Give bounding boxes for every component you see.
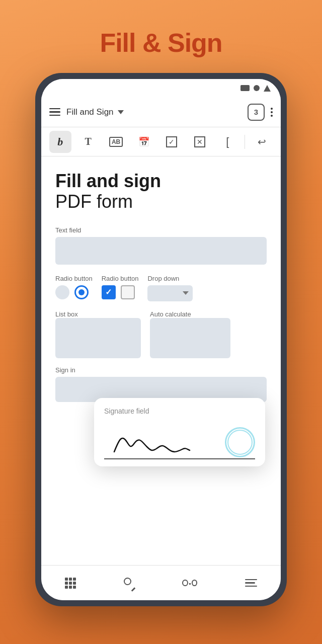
toolbar: b T AB 📅 ✓ ✕ [ ↩ [41, 127, 281, 156]
dropdown-field[interactable] [147, 285, 193, 301]
list-box-label: List box [55, 310, 141, 318]
radio2-label: Radio button [102, 275, 139, 282]
auto-calc-field[interactable] [150, 318, 230, 358]
checkbox-checked[interactable]: ✓ [102, 285, 116, 299]
search-icon [124, 578, 135, 589]
radio-group-2: Radio button ✓ [102, 275, 139, 299]
signature-stamp [225, 427, 255, 457]
nav-search-button[interactable] [124, 578, 135, 589]
dropdown-label: Drop down [147, 275, 193, 282]
nav-list-button[interactable] [245, 579, 257, 587]
checkbox-unchecked[interactable] [121, 285, 135, 299]
undo-icon: ↩ [258, 136, 266, 148]
hero-title: Fill & Sign [100, 28, 222, 58]
text-tool-button[interactable]: T [77, 131, 99, 153]
status-circle-icon [254, 85, 260, 91]
text-t-icon: T [85, 136, 91, 147]
undo-button[interactable]: ↩ [251, 131, 273, 153]
nav-grid-button[interactable] [65, 578, 76, 589]
ab-tool-button[interactable]: AB [105, 131, 127, 153]
hamburger-menu-button[interactable] [49, 108, 60, 116]
pdf-content: Fill and sign PDF form Text field Radio … [41, 156, 281, 565]
bracket-icon: [ [226, 135, 229, 148]
date-tool-button[interactable]: 📅 [133, 131, 155, 153]
status-bar [41, 79, 281, 97]
phone-screen: Fill and Sign 3 b T AB 📅 ✓ [41, 79, 281, 600]
list-box-field[interactable] [55, 318, 141, 358]
signature-field-label: Signature field [104, 407, 255, 415]
list-auto-row [55, 318, 267, 358]
radio1-options [55, 285, 93, 299]
form-radio-row: Radio button Radio button ✓ [55, 275, 267, 301]
checkmark-tool-button[interactable]: ✓ [160, 131, 183, 153]
toolbar-divider [245, 135, 245, 149]
app-bar: Fill and Sign 3 [41, 97, 281, 127]
radio1-selected[interactable] [74, 285, 89, 299]
phone-frame: Fill and Sign 3 b T AB 📅 ✓ [35, 73, 287, 606]
dropdown-arrow-icon [183, 291, 189, 295]
xmark-tool-button[interactable]: ✕ [189, 131, 211, 153]
signature-popup[interactable]: Signature field [94, 398, 265, 466]
more-options-button[interactable] [271, 108, 273, 117]
text-input-field[interactable] [55, 237, 267, 265]
signature-tool-button[interactable]: b [49, 131, 71, 153]
radio-group-1: Radio button [55, 275, 93, 299]
x-box-icon: ✕ [194, 136, 205, 147]
list-icon [245, 579, 257, 587]
signature-underline [104, 458, 255, 459]
glasses-icon [182, 580, 197, 587]
auto-calc-label: Auto calculate [150, 310, 191, 318]
status-rectangle-icon [240, 85, 250, 91]
status-triangle-icon [264, 85, 271, 92]
text-field-label: Text field [55, 226, 267, 234]
signature-svg [104, 424, 215, 459]
sign-icon: b [57, 135, 63, 148]
bottom-nav [41, 565, 281, 600]
col-labels-row: List box Auto calculate [55, 310, 267, 318]
ab-box-icon: AB [109, 137, 123, 147]
radio2-options: ✓ [102, 285, 139, 299]
chevron-down-icon [118, 110, 124, 114]
pdf-subtitle: PDF form [55, 191, 267, 212]
sign-in-label: Sign in [55, 366, 267, 374]
dropdown-group: Drop down [147, 275, 193, 301]
radio1-unselected[interactable] [55, 285, 69, 299]
nav-read-button[interactable] [182, 580, 197, 587]
signature-image-area [104, 419, 255, 459]
bracket-tool-button[interactable]: [ [216, 131, 238, 153]
calendar-icon: 📅 [138, 136, 149, 147]
badge-counter: 3 [248, 104, 265, 121]
app-title-text: Fill and Sign [66, 107, 114, 117]
app-bar-title[interactable]: Fill and Sign [66, 107, 242, 117]
radio1-label: Radio button [55, 275, 93, 282]
check-box-icon: ✓ [166, 136, 177, 147]
pdf-title: Fill and sign PDF form [55, 171, 267, 212]
grid-icon [65, 578, 76, 589]
